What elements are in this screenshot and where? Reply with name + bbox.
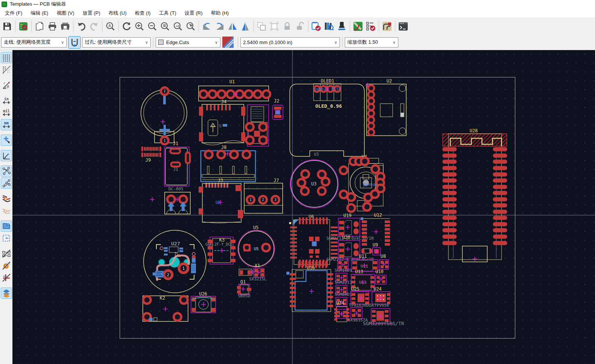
- curved-ratsnest-button[interactable]: [1, 177, 12, 189]
- svg-text:1: 1: [164, 139, 166, 142]
- svg-text:θ: θ: [7, 85, 9, 89]
- layer-select[interactable]: Edge.Cuts ∨: [156, 37, 220, 47]
- limit-45-degrees-button[interactable]: [1, 150, 12, 161]
- footprint-properties-button[interactable]: [335, 20, 348, 33]
- menu-tools[interactable]: 工具 (T): [155, 9, 180, 18]
- flip-vertical-button[interactable]: [239, 20, 252, 33]
- flip-vertical-icon: [240, 21, 250, 31]
- track-display-mode-button[interactable]: [1, 193, 12, 204]
- value-tpv056: TPV056: [374, 303, 389, 308]
- flip-horizontal-button[interactable]: [226, 20, 239, 33]
- page-settings-button[interactable]: [33, 20, 46, 33]
- chevron-down-icon: ∨: [215, 40, 218, 45]
- print-button[interactable]: [46, 20, 59, 33]
- grid-value: 2.5400 mm (0.1000 in): [243, 40, 292, 45]
- via-fill-display-button[interactable]: [1, 260, 12, 271]
- menu-file[interactable]: 文件 (F): [1, 9, 26, 18]
- plot-button[interactable]: [59, 20, 72, 33]
- svg-text:1: 1: [250, 198, 252, 202]
- zoom-fit-page-button[interactable]: [159, 20, 171, 33]
- menu-place[interactable]: 放置 (P): [78, 9, 104, 18]
- drc-button[interactable]: [364, 20, 377, 33]
- zone-fill-display-button[interactable]: [1, 220, 12, 232]
- units-inches-button[interactable]: in: [1, 95, 12, 106]
- menu-preferences[interactable]: 设置 (R): [180, 9, 207, 18]
- title-bar: Templates — PCB 编辑器: [0, 0, 595, 8]
- menu-inspect[interactable]: 检查 (I): [131, 9, 155, 18]
- lock-icon: [282, 21, 292, 31]
- menu-route[interactable]: 布线 (U): [104, 9, 131, 18]
- unlock-button[interactable]: [294, 20, 306, 33]
- redo-icon: [89, 21, 99, 31]
- units-mils-button[interactable]: mil: [1, 107, 12, 118]
- appearance-manager-button[interactable]: [1, 288, 12, 299]
- save-button[interactable]: [1, 20, 14, 33]
- pad-display-mode-button[interactable]: [1, 248, 12, 259]
- save-icon: [2, 21, 12, 31]
- refresh-button[interactable]: [120, 20, 133, 33]
- zoom-select[interactable]: 缩放倍数 1.50∨: [345, 37, 398, 47]
- rotate-cw-icon: [215, 21, 225, 31]
- svg-text:U14: U14: [336, 300, 344, 306]
- crosshair-cursor-button[interactable]: [1, 135, 12, 146]
- show-ratsnest-button[interactable]: [1, 165, 12, 177]
- via-size-value: 过孔: 使用网络类尺寸: [85, 39, 132, 46]
- chevron-down-icon: ∨: [393, 40, 396, 45]
- chevron-down-icon: ∨: [61, 40, 64, 45]
- value-sgm8ad1: SGM8AD1: [335, 292, 352, 297]
- main-toolbar: A: [0, 18, 595, 35]
- board-setup-button[interactable]: [17, 20, 30, 33]
- value-sgm18d9: SGM18D9: [335, 268, 352, 273]
- zoom-in-button[interactable]: [133, 20, 146, 33]
- lock-button[interactable]: [281, 20, 294, 33]
- layer-pair-button[interactable]: [222, 37, 234, 48]
- track-fill-display-button[interactable]: [1, 272, 12, 283]
- undo-button[interactable]: [75, 20, 88, 33]
- via-size-select[interactable]: 过孔: 使用网络类尺寸∨: [82, 37, 151, 47]
- via-display-mode-button[interactable]: [1, 205, 12, 216]
- svg-text:mm: mm: [4, 121, 8, 125]
- layers-icon: [2, 289, 11, 298]
- svg-text:S: S: [219, 124, 222, 128]
- zoom-out-button[interactable]: [146, 20, 159, 33]
- zone-outline-display-button[interactable]: [1, 232, 12, 244]
- menu-view[interactable]: 视图 (V): [52, 9, 78, 18]
- zoom-selection-button[interactable]: [184, 20, 197, 33]
- polar-coords-button[interactable]: rθ: [1, 80, 12, 91]
- svg-text:U12: U12: [374, 213, 382, 218]
- zoom-value: 缩放倍数 1.50: [347, 39, 378, 46]
- svg-text:OLED_0.96: OLED_0.96: [315, 103, 342, 109]
- track-width-select[interactable]: 走线: 使用网络类宽度∨: [1, 37, 67, 47]
- svg-text:r: r: [3, 81, 6, 85]
- search-icon: A: [106, 21, 115, 31]
- rotate-cw-button[interactable]: [213, 20, 226, 33]
- menu-help[interactable]: 帮助 (H): [207, 9, 233, 18]
- ungroup-button[interactable]: [268, 20, 281, 33]
- pcb-canvas[interactable]: 2 1 U1 J4 S J8: [12, 50, 595, 364]
- limit-45-degrees-icon: [2, 151, 11, 160]
- auto-track-width-button[interactable]: [68, 36, 81, 49]
- group-button[interactable]: [255, 20, 268, 33]
- footprint-library-browser-button[interactable]: [323, 20, 335, 33]
- svg-text:2: 2: [167, 273, 169, 277]
- svg-text:J3: J3: [218, 178, 223, 183]
- search-button[interactable]: A: [104, 20, 117, 33]
- update-pcb-from-schematic-button[interactable]: [352, 20, 364, 33]
- show-local-ratsnest-button[interactable]: [381, 20, 393, 33]
- zoom-fit-objects-button[interactable]: [171, 20, 184, 33]
- zoom-selection-icon: [186, 21, 196, 31]
- ratsnest-icon: [2, 167, 11, 176]
- grid-overrides-button[interactable]: [1, 64, 12, 75]
- app-icon: [2, 2, 7, 7]
- crosshair-cursor-icon: [2, 136, 11, 145]
- svg-text:J4: J4: [221, 99, 226, 104]
- svg-text:1: 1: [182, 266, 185, 271]
- update-footprints-button[interactable]: [310, 20, 323, 33]
- menu-edit[interactable]: 编辑 (E): [26, 9, 52, 18]
- grid-select[interactable]: 2.5400 mm (0.1000 in)∨: [240, 37, 340, 47]
- redo-button[interactable]: [88, 20, 101, 33]
- rotate-ccw-button[interactable]: [200, 20, 213, 33]
- show-grid-button[interactable]: [1, 52, 12, 63]
- units-mm-button[interactable]: mm: [1, 119, 12, 130]
- scripting-console-button[interactable]: [397, 20, 410, 33]
